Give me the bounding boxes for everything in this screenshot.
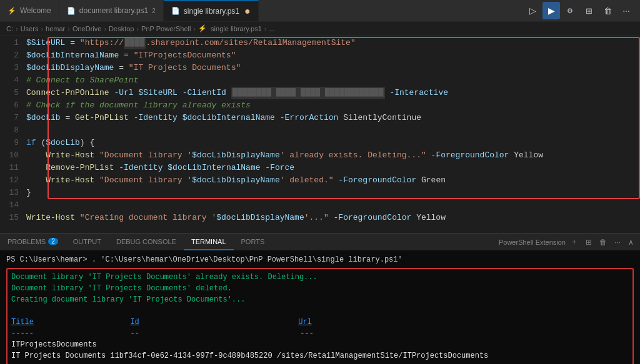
- tab-doclib-label: document library.ps1: [79, 6, 149, 15]
- breadcrumb-desktop: Desktop: [109, 25, 134, 32]
- debug-button[interactable]: ⚙: [561, 2, 579, 19]
- doclib-icon: 📄: [67, 7, 76, 15]
- code-line-7: $docLib = Get-PnPList -Identity $docLibI…: [26, 112, 640, 124]
- title-bar: ⚡ Welcome 📄 document library.ps1 2 📄 sin…: [0, 0, 640, 22]
- code-line-5: Connect-PnPOnline -Url $SiteURL -ClientI…: [26, 87, 640, 99]
- tab-modified-dot: ●: [244, 6, 251, 17]
- tab-welcome[interactable]: ⚡ Welcome: [0, 0, 59, 21]
- trash-button[interactable]: 🗑: [599, 2, 616, 19]
- breadcrumb-onedrive: OneDrive: [72, 25, 101, 32]
- tab-ports-label: PORTS: [241, 238, 265, 245]
- line-numbers: 12345 678910 1112131415: [0, 36, 24, 233]
- tab-problems-label: PROBLEMS: [8, 238, 46, 245]
- run-active-button[interactable]: ▶: [542, 2, 560, 19]
- terminal-blank: [11, 305, 629, 317]
- tab-terminal[interactable]: TERMINAL: [184, 234, 234, 250]
- panel-actions: PowerShell Extension ＋ ⊞ 🗑 ··· ∧: [499, 234, 640, 250]
- terminal-line-2: Document library 'IT Projects Documents'…: [11, 283, 629, 294]
- breadcrumb-hemar: hemar: [46, 25, 65, 32]
- breadcrumb-ps-icon: ⚡: [198, 24, 207, 32]
- tab-welcome-label: Welcome: [20, 6, 51, 15]
- editor: 12345 678910 1112131415 $SiteURL = "http…: [0, 36, 640, 233]
- tab-singlelib-label: single library.ps1: [184, 7, 239, 16]
- run-button[interactable]: ▷: [524, 2, 541, 19]
- tab-problems[interactable]: PROBLEMS 2: [0, 234, 66, 250]
- tab-output[interactable]: OUTPUT: [66, 234, 109, 250]
- panel-more[interactable]: ···: [612, 237, 623, 248]
- panel-tabs-bar: PROBLEMS 2 OUTPUT DEBUG CONSOLE TERMINAL…: [0, 233, 640, 250]
- code-line-14: [26, 199, 640, 212]
- tab-singlelib[interactable]: 📄 single library.ps1 ●: [164, 0, 259, 21]
- panel-trash[interactable]: 🗑: [597, 237, 609, 248]
- split-button[interactable]: ⊞: [580, 2, 598, 19]
- code-line-6: # Check if the document library already …: [26, 99, 640, 112]
- code-line-1: $SiteURL = "https://████.sharepoint.com/…: [26, 37, 640, 49]
- tab-debug-console[interactable]: DEBUG CONSOLE: [109, 234, 184, 250]
- code-line-11: Remove-PnPList -Identity $docLibInternal…: [26, 162, 640, 174]
- tab-doclib[interactable]: 📄 document library.ps1 2: [59, 0, 164, 21]
- code-line-9: if ($docLib) {: [26, 137, 640, 149]
- code-lines: $SiteURL = "https://████.sharepoint.com/…: [24, 36, 640, 233]
- panel-add-terminal[interactable]: ＋: [568, 235, 581, 248]
- breadcrumb-users: Users: [21, 25, 39, 32]
- code-line-10: Write-Host "Document library '$docLibDis…: [26, 149, 640, 162]
- terminal-table-row: IT Projects Documents 11bf34cf-0e62-4134…: [11, 350, 629, 362]
- terminal-table-header: Title Id Url: [11, 317, 629, 328]
- extension-label: PowerShell Extension: [499, 239, 566, 246]
- tab-debug-label: DEBUG CONSOLE: [116, 238, 176, 245]
- breadcrumb-pnp: PnP PowerShell: [141, 25, 191, 32]
- singlelib-icon: 📄: [171, 7, 180, 15]
- code-line-13: }: [26, 187, 640, 199]
- more-button[interactable]: ···: [618, 2, 635, 19]
- terminal-table-sep: ----- -- ---: [11, 328, 629, 339]
- tab-doclib-num: 2: [152, 7, 156, 14]
- breadcrumb-ellipsis: ...: [269, 25, 274, 32]
- editor-content: 12345 678910 1112131415 $SiteURL = "http…: [0, 36, 640, 233]
- panel: PROBLEMS 2 OUTPUT DEBUG CONSOLE TERMINAL…: [0, 233, 640, 364]
- code-line-8: [26, 124, 640, 137]
- panel-split[interactable]: ⊞: [583, 237, 594, 248]
- code-line-2: $docLibInternalName = "ITProjectsDocumen…: [26, 49, 640, 62]
- terminal-prompt-line: PS C:\Users\hemar> . 'C:\Users\hemar\One…: [6, 254, 634, 265]
- terminal-output-box: Document library 'IT Projects Documents'…: [6, 268, 634, 364]
- breadcrumb-c: C:: [6, 25, 13, 32]
- terminal-line-1: Document library 'IT Projects Documents'…: [11, 272, 629, 283]
- welcome-icon: ⚡: [8, 7, 16, 15]
- tab-ports[interactable]: PORTS: [234, 234, 272, 250]
- code-line-4: # Connect to SharePoint: [26, 74, 640, 87]
- code-line-15: Write-Host "Creating document library '$…: [26, 212, 640, 224]
- tab-output-label: OUTPUT: [73, 238, 101, 245]
- terminal-table-val: ITProjectsDocuments: [11, 339, 629, 350]
- terminal[interactable]: PS C:\Users\hemar> . 'C:\Users\hemar\One…: [0, 250, 640, 364]
- breadcrumb: C: › Users › hemar › OneDrive › Desktop …: [0, 22, 640, 36]
- panel-close[interactable]: ∧: [626, 237, 636, 248]
- breadcrumb-filename: single library.ps1: [211, 25, 262, 32]
- tab-terminal-label: TERMINAL: [191, 238, 226, 245]
- terminal-line-3: Creating document library 'IT Projects D…: [11, 294, 629, 305]
- code-line-3: $docLibDisplayName = "IT Projects Docume…: [26, 62, 640, 74]
- toolbar-actions: ▷ ▶ ⚙ ⊞ 🗑 ···: [524, 0, 640, 21]
- problems-badge: 2: [48, 238, 58, 245]
- code-line-12: Write-Host "Document library '$docLibDis…: [26, 174, 640, 187]
